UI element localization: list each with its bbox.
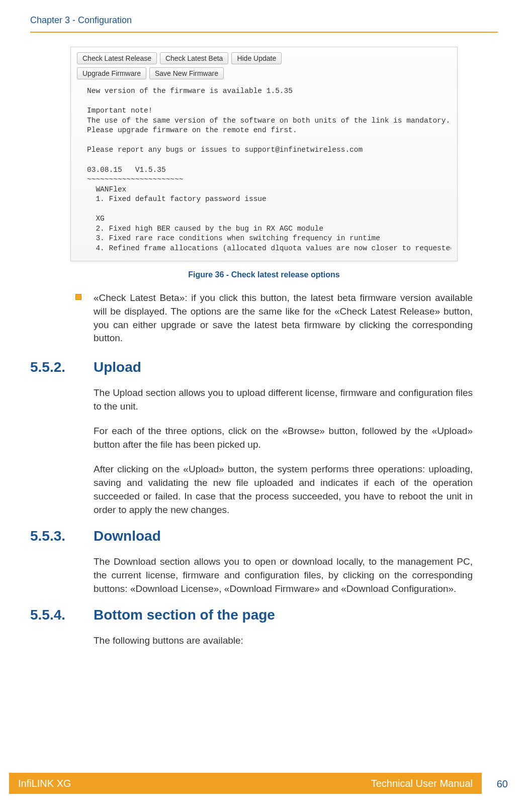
console-line: The use of the same version of the softw… <box>87 117 450 125</box>
footer-bar: InfiLINK XG Technical User Manual <box>9 773 482 794</box>
header-rule <box>30 32 498 33</box>
console-line: Important note! <box>87 107 153 115</box>
paragraph: For each of the three options, click on … <box>94 425 473 452</box>
console-line: WANFlex <box>87 185 126 193</box>
console-line: Please report any bugs or issues to supp… <box>87 146 363 154</box>
figure-caption: Figure 36 - Check latest release options <box>30 270 498 279</box>
console-line: 1. Fixed default factory password issue <box>87 195 267 203</box>
console-line: 2. Fixed high BER caused by the bug in R… <box>87 225 323 233</box>
section-number: 5.5.3. <box>30 528 94 544</box>
console-output: New version of the firmware is available… <box>77 82 451 256</box>
hide-update-button[interactable]: Hide Update <box>231 52 282 64</box>
bullet-square-icon <box>75 294 81 300</box>
console-line: Please upgrade firmware on the remote en… <box>87 126 297 134</box>
section-heading-upload: 5.5.2. Upload <box>30 359 498 375</box>
save-new-firmware-button[interactable]: Save New Firmware <box>149 67 224 79</box>
section-title: Upload <box>94 359 141 375</box>
section-title: Download <box>94 528 161 544</box>
console-line: New version of the firmware is available… <box>87 87 293 95</box>
console-line: 03.08.15 V1.5.35 <box>87 166 166 174</box>
section-number: 5.5.4. <box>30 607 94 623</box>
footer-product: InfiLINK XG <box>18 778 71 789</box>
page-number: 60 <box>497 778 508 790</box>
bullet-text: «Check Latest Beta»: if you click this b… <box>94 291 473 346</box>
console-line: ~~~~~~~~~~~~~~~~~~~~~~ <box>87 175 183 183</box>
upgrade-firmware-button[interactable]: Upgrade Firmware <box>77 67 146 79</box>
paragraph: The Upload section allows you to upload … <box>94 386 473 414</box>
section-heading-download: 5.5.3. Download <box>30 528 498 544</box>
console-line: XG <box>87 215 105 223</box>
paragraph: The following buttons are available: <box>94 634 473 648</box>
check-latest-release-button[interactable]: Check Latest Release <box>77 52 157 64</box>
section-heading-bottom: 5.5.4. Bottom section of the page <box>30 607 498 623</box>
section-title: Bottom section of the page <box>94 607 275 623</box>
paragraph: After clicking on the «Upload» button, t… <box>94 463 473 517</box>
console-line: 3. Fixed rare race conditions when switc… <box>87 234 380 242</box>
chapter-header: Chapter 3 - Configuration <box>30 15 498 26</box>
check-latest-beta-button[interactable]: Check Latest Beta <box>160 52 228 64</box>
footer-doc-title: Technical User Manual <box>371 778 473 789</box>
section-number: 5.5.2. <box>30 359 94 375</box>
bullet-item: «Check Latest Beta»: if you click this b… <box>75 291 473 346</box>
paragraph: The Download section allows you to open … <box>94 555 473 596</box>
button-row-2: Upgrade Firmware Save New Firmware <box>77 67 451 79</box>
button-row-1: Check Latest Release Check Latest Beta H… <box>77 52 451 64</box>
console-line: 4. Refined frame allocations (allocated … <box>87 244 451 252</box>
screenshot-firmware-update: Check Latest Release Check Latest Beta H… <box>70 47 458 261</box>
